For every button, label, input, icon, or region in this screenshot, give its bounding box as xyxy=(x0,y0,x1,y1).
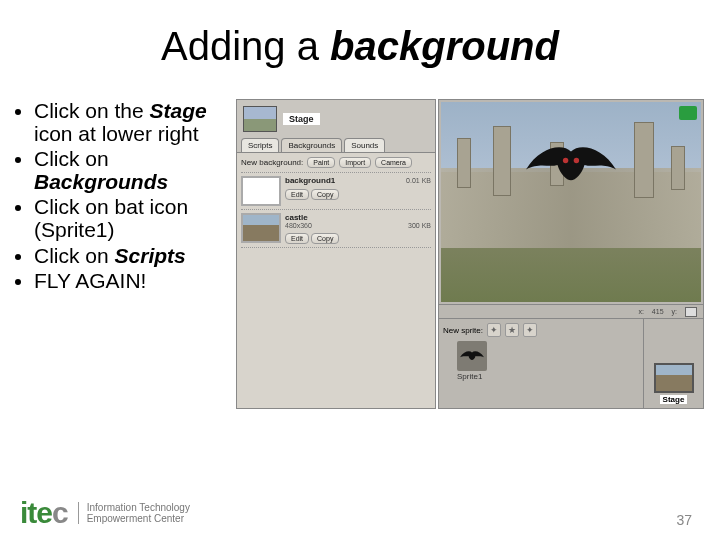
bullet-list: Click on the Stage icon at lower right C… xyxy=(16,99,236,409)
logo-text: Information Technology Empowerment Cente… xyxy=(78,502,190,524)
background-item[interactable]: castle 480x360300 KB Edit Copy xyxy=(241,213,431,244)
bullet-item: Click on Backgrounds xyxy=(34,147,236,193)
title-prefix: Adding a xyxy=(161,24,330,68)
scratch-screenshot: Stage Scripts Backgrounds Sounds New bac… xyxy=(236,99,704,409)
choose-sprite-button[interactable]: ★ xyxy=(505,323,519,337)
footer-logo: itec Information Technology Empowerment … xyxy=(20,496,190,530)
copy-button[interactable]: Copy xyxy=(311,233,339,244)
import-button[interactable]: Import xyxy=(339,157,371,168)
stage-label: Stage xyxy=(283,113,320,125)
bullet-item: Click on bat icon (Sprite1) xyxy=(34,195,236,241)
bg2-size: 300 KB xyxy=(408,222,431,229)
camera-button[interactable]: Camera xyxy=(375,157,412,168)
tab-sounds[interactable]: Sounds xyxy=(344,138,385,152)
bullet-item: FLY AGAIN! xyxy=(34,269,236,292)
presentation-icon[interactable] xyxy=(685,307,697,317)
scratch-left-pane: Stage Scripts Backgrounds Sounds New bac… xyxy=(236,99,436,409)
bg1-size: 0.01 KB xyxy=(406,177,431,184)
edit-button[interactable]: Edit xyxy=(285,189,309,200)
scratch-right-pane: x:415 y: New sprite: ✦ ★ ✦ Sprite1 xyxy=(438,99,704,409)
paint-button[interactable]: Paint xyxy=(307,157,335,168)
logo-mark: ite xyxy=(20,496,52,529)
title-emphasis: background xyxy=(330,24,559,68)
sprite1-label: Sprite1 xyxy=(457,372,639,381)
tab-scripts[interactable]: Scripts xyxy=(241,138,279,152)
bat-sprite[interactable] xyxy=(526,140,616,194)
svg-point-0 xyxy=(563,158,568,163)
bg2-dims: 480x360 xyxy=(285,222,312,229)
stage-corner-label: Stage xyxy=(660,395,688,404)
coordinate-bar: x:415 y: xyxy=(439,304,703,318)
stage-view[interactable] xyxy=(441,102,701,302)
page-number: 37 xyxy=(676,512,692,528)
green-flag-icon[interactable] xyxy=(679,106,697,120)
svg-point-1 xyxy=(574,158,579,163)
background-item[interactable]: background10.01 KB Edit Copy xyxy=(241,176,431,206)
new-background-label: New background: xyxy=(241,158,303,167)
bg1-name: background1 xyxy=(285,176,335,185)
stage-thumbnail[interactable] xyxy=(243,106,277,132)
stage-mini-thumb[interactable] xyxy=(654,363,694,393)
background1-thumb[interactable] xyxy=(241,176,281,206)
sprite-area: New sprite: ✦ ★ ✦ Sprite1 xyxy=(439,319,643,408)
slide-title: Adding a background xyxy=(0,0,720,69)
tab-backgrounds[interactable]: Backgrounds xyxy=(281,138,342,152)
paint-sprite-button[interactable]: ✦ xyxy=(487,323,501,337)
bullet-item: Click on the Stage icon at lower right xyxy=(34,99,236,145)
castle-thumb[interactable] xyxy=(241,213,281,243)
new-sprite-label: New sprite: xyxy=(443,326,483,335)
bullet-item: Click on Scripts xyxy=(34,244,236,267)
sprite1-icon[interactable] xyxy=(457,341,487,371)
copy-button[interactable]: Copy xyxy=(311,189,339,200)
stage-corner[interactable]: Stage xyxy=(643,319,703,408)
edit-button[interactable]: Edit xyxy=(285,233,309,244)
surprise-sprite-button[interactable]: ✦ xyxy=(523,323,537,337)
bg2-name: castle xyxy=(285,213,431,222)
